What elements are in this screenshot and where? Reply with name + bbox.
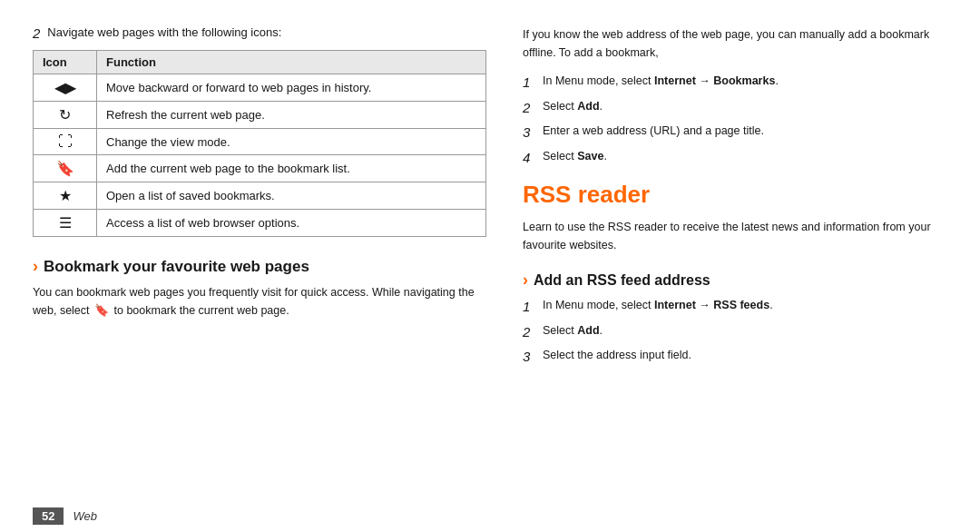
- table-row: ☰Access a list of web browser options.: [34, 210, 486, 237]
- page-footer: 52 Web: [0, 500, 980, 532]
- table-row: 🔖Add the current web page to the bookmar…: [34, 155, 486, 182]
- bookmark-body-icon: 🔖: [94, 303, 109, 317]
- step-text: Select Save.: [543, 148, 607, 165]
- bookmark-step-item: 3Enter a web address (URL) and a page ti…: [523, 123, 947, 143]
- step-number: 2: [523, 322, 535, 343]
- back-forward-arrows: ◀▶: [34, 74, 97, 102]
- rss-feed-chevron: ›: [523, 271, 528, 290]
- table-cell-function: Access a list of web browser options.: [97, 210, 486, 237]
- bookmark-step-item: 1In Menu mode, select Internet → Bookmar…: [523, 73, 947, 94]
- table-cell-function: Move backward or forward to web pages in…: [97, 74, 486, 102]
- bookmark-section-heading: › Bookmark your favourite web pages: [33, 257, 486, 276]
- table-row: ⛶Change the view mode.: [34, 129, 486, 155]
- rss-steps-list: 1In Menu mode, select Internet → RSS fee…: [523, 297, 947, 368]
- bookmark-heading-text: Bookmark your favourite web pages: [44, 258, 309, 276]
- rss-feed-heading-text: Add an RSS feed address: [534, 272, 710, 289]
- left-column: 2 Navigate web pages with the following …: [33, 25, 486, 500]
- page-number: 52: [33, 507, 64, 525]
- nav-icons-table: Icon Function ◀▶Move backward or forward…: [33, 50, 486, 237]
- menu-icon: ☰: [34, 210, 97, 237]
- refresh-icon: ↻: [34, 102, 97, 129]
- rss-title: RSS reader: [523, 181, 947, 209]
- bookmark-step-item: 4Select Save.: [523, 148, 947, 169]
- step2-number: 2: [33, 25, 40, 41]
- view-mode-icon: ⛶: [34, 129, 97, 155]
- step-text: Enter a web address (URL) and a page tit…: [543, 123, 764, 140]
- table-cell-function: Add the current web page to the bookmark…: [97, 155, 486, 182]
- bookmark-step-item: 2Select Add.: [523, 98, 947, 119]
- table-cell-function: Refresh the current web page.: [97, 102, 486, 129]
- step-text: Select Add.: [543, 98, 603, 115]
- table-cell-function: Change the view mode.: [97, 129, 486, 155]
- right-intro: If you know the web address of the web p…: [523, 25, 947, 62]
- step-number: 3: [523, 123, 535, 143]
- table-header-icon: Icon: [34, 51, 97, 74]
- step-number: 2: [523, 98, 535, 119]
- step-text: Select the address input field.: [543, 347, 691, 364]
- step2-intro: 2 Navigate web pages with the following …: [33, 25, 486, 41]
- rss-step-item: 1In Menu mode, select Internet → RSS fee…: [523, 297, 947, 318]
- table-header-function: Function: [97, 51, 486, 74]
- right-column: If you know the web address of the web p…: [523, 25, 947, 500]
- bookmark-chevron: ›: [33, 257, 38, 276]
- table-row: ★Open a list of saved bookmarks.: [34, 182, 486, 210]
- step-text: Select Add.: [543, 322, 603, 340]
- rss-feed-heading: › Add an RSS feed address: [523, 271, 947, 290]
- step2-text: Navigate web pages with the following ic…: [47, 25, 281, 39]
- step-number: 1: [523, 297, 535, 318]
- step-text: In Menu mode, select Internet → RSS feed…: [543, 297, 773, 314]
- rss-step-item: 2Select Add.: [523, 322, 947, 343]
- bookmark-add-icon: 🔖: [34, 155, 97, 182]
- step-number: 1: [523, 73, 535, 94]
- bookmark-body: You can bookmark web pages you frequentl…: [33, 283, 486, 320]
- table-cell-function: Open a list of saved bookmarks.: [97, 182, 486, 210]
- step-number: 3: [523, 347, 535, 368]
- bookmark-body-suffix: to bookmark the current web page.: [114, 304, 289, 317]
- page-content: 2 Navigate web pages with the following …: [0, 0, 980, 500]
- step-text: In Menu mode, select Internet → Bookmark…: [543, 73, 779, 90]
- step-number: 4: [523, 148, 535, 169]
- page-section-label: Web: [73, 509, 97, 523]
- rss-intro: Learn to use the RSS reader to receive t…: [523, 218, 947, 254]
- bookmark-steps-list: 1In Menu mode, select Internet → Bookmar…: [523, 73, 947, 168]
- table-row: ◀▶Move backward or forward to web pages …: [34, 74, 486, 102]
- table-row: ↻Refresh the current web page.: [34, 102, 486, 129]
- star-icon: ★: [34, 182, 97, 210]
- rss-step-item: 3Select the address input field.: [523, 347, 947, 368]
